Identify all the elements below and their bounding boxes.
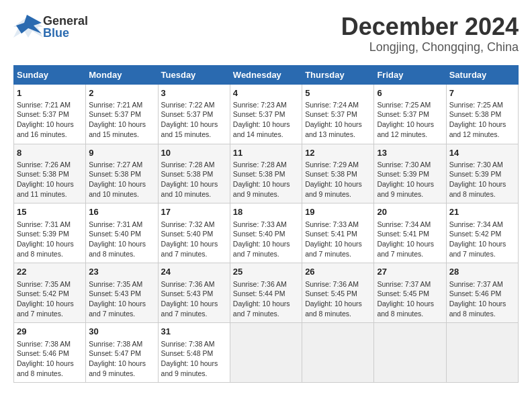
day-info: Sunrise: 7:27 AMSunset: 5:38 PMDaylight:… (89, 161, 146, 198)
day-info: Sunrise: 7:38 AMSunset: 5:46 PMDaylight:… (17, 340, 74, 377)
day-info: Sunrise: 7:38 AMSunset: 5:48 PMDaylight:… (161, 340, 218, 377)
day-number: 10 (161, 147, 227, 159)
calendar-header-row: Sunday Monday Tuesday Wednesday Thursday… (14, 65, 519, 84)
day-info: Sunrise: 7:21 AMSunset: 5:37 PMDaylight:… (89, 101, 146, 138)
calendar-week-row: 29Sunrise: 7:38 AMSunset: 5:46 PMDayligh… (14, 323, 519, 383)
day-number: 20 (377, 206, 443, 218)
day-info: Sunrise: 7:37 AMSunset: 5:46 PMDaylight:… (449, 280, 506, 318)
day-number: 21 (449, 206, 515, 218)
day-info: Sunrise: 7:36 AMSunset: 5:45 PMDaylight:… (305, 280, 362, 318)
day-info: Sunrise: 7:21 AMSunset: 5:37 PMDaylight:… (17, 101, 74, 138)
table-row: 11Sunrise: 7:28 AMSunset: 5:38 PMDayligh… (230, 144, 302, 203)
day-number: 23 (89, 266, 154, 278)
table-row: 17Sunrise: 7:32 AMSunset: 5:40 PMDayligh… (158, 203, 230, 263)
table-row: 24Sunrise: 7:36 AMSunset: 5:43 PMDayligh… (158, 263, 230, 323)
page-header: General Blue December 2024 Longjing, Cho… (13, 13, 519, 54)
day-info: Sunrise: 7:38 AMSunset: 5:47 PMDaylight:… (89, 340, 146, 377)
table-row: 2Sunrise: 7:21 AMSunset: 5:37 PMDaylight… (86, 84, 158, 144)
calendar-week-row: 8Sunrise: 7:26 AMSunset: 5:38 PMDaylight… (14, 144, 519, 203)
table-row (302, 323, 374, 383)
table-row: 10Sunrise: 7:28 AMSunset: 5:38 PMDayligh… (158, 144, 230, 203)
day-number: 19 (305, 206, 371, 218)
col-saturday: Saturday (446, 65, 518, 84)
table-row: 13Sunrise: 7:30 AMSunset: 5:39 PMDayligh… (374, 144, 446, 203)
table-row: 7Sunrise: 7:25 AMSunset: 5:38 PMDaylight… (446, 84, 518, 144)
table-row (374, 323, 446, 383)
table-row (230, 323, 302, 383)
location-title: Longjing, Chongqing, China (341, 40, 519, 54)
table-row: 6Sunrise: 7:25 AMSunset: 5:37 PMDaylight… (374, 84, 446, 144)
col-thursday: Thursday (302, 65, 374, 84)
table-row: 31Sunrise: 7:38 AMSunset: 5:48 PMDayligh… (158, 323, 230, 383)
day-number: 28 (449, 266, 515, 278)
day-number: 27 (377, 266, 443, 278)
day-info: Sunrise: 7:36 AMSunset: 5:44 PMDaylight:… (233, 280, 290, 318)
day-number: 25 (233, 266, 299, 278)
day-info: Sunrise: 7:26 AMSunset: 5:38 PMDaylight:… (17, 161, 74, 198)
day-info: Sunrise: 7:37 AMSunset: 5:45 PMDaylight:… (377, 280, 434, 318)
day-info: Sunrise: 7:31 AMSunset: 5:39 PMDaylight:… (17, 220, 74, 258)
table-row: 27Sunrise: 7:37 AMSunset: 5:45 PMDayligh… (374, 263, 446, 323)
day-info: Sunrise: 7:30 AMSunset: 5:39 PMDaylight:… (377, 161, 434, 198)
table-row: 16Sunrise: 7:31 AMSunset: 5:40 PMDayligh… (86, 203, 158, 263)
day-info: Sunrise: 7:23 AMSunset: 5:37 PMDaylight:… (233, 101, 290, 138)
day-number: 7 (449, 87, 515, 99)
day-info: Sunrise: 7:25 AMSunset: 5:37 PMDaylight:… (377, 101, 434, 138)
table-row: 18Sunrise: 7:33 AMSunset: 5:40 PMDayligh… (230, 203, 302, 263)
table-row (446, 323, 518, 383)
day-number: 18 (233, 206, 299, 218)
calendar-week-row: 22Sunrise: 7:35 AMSunset: 5:42 PMDayligh… (14, 263, 519, 323)
day-number: 17 (161, 206, 227, 218)
table-row: 4Sunrise: 7:23 AMSunset: 5:37 PMDaylight… (230, 84, 302, 144)
day-number: 13 (377, 147, 443, 159)
day-number: 3 (161, 87, 227, 99)
table-row: 25Sunrise: 7:36 AMSunset: 5:44 PMDayligh… (230, 263, 302, 323)
day-info: Sunrise: 7:28 AMSunset: 5:38 PMDaylight:… (161, 161, 218, 198)
table-row: 3Sunrise: 7:22 AMSunset: 5:37 PMDaylight… (158, 84, 230, 144)
day-info: Sunrise: 7:28 AMSunset: 5:38 PMDaylight:… (233, 161, 290, 198)
table-row: 8Sunrise: 7:26 AMSunset: 5:38 PMDaylight… (14, 144, 86, 203)
day-info: Sunrise: 7:35 AMSunset: 5:42 PMDaylight:… (17, 280, 74, 318)
day-info: Sunrise: 7:22 AMSunset: 5:37 PMDaylight:… (161, 101, 218, 138)
day-number: 8 (17, 147, 83, 159)
day-number: 5 (305, 87, 371, 99)
day-number: 26 (305, 266, 371, 278)
logo-general-text: General (43, 15, 88, 27)
col-sunday: Sunday (14, 65, 86, 84)
day-number: 30 (89, 326, 154, 338)
day-number: 31 (161, 326, 227, 338)
calendar-table: Sunday Monday Tuesday Wednesday Thursday… (13, 65, 519, 383)
day-number: 11 (233, 147, 299, 159)
logo: General Blue (13, 13, 88, 40)
day-number: 29 (17, 326, 83, 338)
col-monday: Monday (86, 65, 158, 84)
day-info: Sunrise: 7:24 AMSunset: 5:37 PMDaylight:… (305, 101, 362, 138)
table-row: 26Sunrise: 7:36 AMSunset: 5:45 PMDayligh… (302, 263, 374, 323)
table-row: 1Sunrise: 7:21 AMSunset: 5:37 PMDaylight… (14, 84, 86, 144)
day-number: 6 (377, 87, 443, 99)
day-info: Sunrise: 7:34 AMSunset: 5:41 PMDaylight:… (377, 220, 434, 258)
col-tuesday: Tuesday (158, 65, 230, 84)
day-number: 22 (17, 266, 83, 278)
table-row: 15Sunrise: 7:31 AMSunset: 5:39 PMDayligh… (14, 203, 86, 263)
day-number: 9 (89, 147, 154, 159)
table-row: 14Sunrise: 7:30 AMSunset: 5:39 PMDayligh… (446, 144, 518, 203)
calendar-week-row: 15Sunrise: 7:31 AMSunset: 5:39 PMDayligh… (14, 203, 519, 263)
table-row: 22Sunrise: 7:35 AMSunset: 5:42 PMDayligh… (14, 263, 86, 323)
col-wednesday: Wednesday (230, 65, 302, 84)
day-info: Sunrise: 7:35 AMSunset: 5:43 PMDaylight:… (89, 280, 146, 318)
month-title: December 2024 (341, 13, 519, 40)
day-info: Sunrise: 7:34 AMSunset: 5:42 PMDaylight:… (449, 220, 506, 258)
table-row: 21Sunrise: 7:34 AMSunset: 5:42 PMDayligh… (446, 203, 518, 263)
logo-bird-icon (13, 13, 43, 40)
day-info: Sunrise: 7:30 AMSunset: 5:39 PMDaylight:… (449, 161, 506, 198)
col-friday: Friday (374, 65, 446, 84)
table-row: 12Sunrise: 7:29 AMSunset: 5:38 PMDayligh… (302, 144, 374, 203)
day-number: 4 (233, 87, 299, 99)
day-number: 16 (89, 206, 154, 218)
day-info: Sunrise: 7:29 AMSunset: 5:38 PMDaylight:… (305, 161, 362, 198)
day-number: 15 (17, 206, 83, 218)
day-number: 14 (449, 147, 515, 159)
table-row: 29Sunrise: 7:38 AMSunset: 5:46 PMDayligh… (14, 323, 86, 383)
table-row: 20Sunrise: 7:34 AMSunset: 5:41 PMDayligh… (374, 203, 446, 263)
